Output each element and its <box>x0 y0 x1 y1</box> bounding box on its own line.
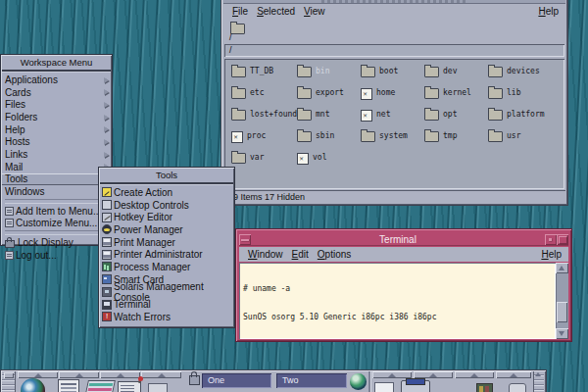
scrollbar-trough[interactable] <box>556 273 568 328</box>
folder-item[interactable]: var <box>231 152 297 173</box>
workspace-button-two[interactable]: Two <box>276 373 347 388</box>
subpanel-tab-mail[interactable] <box>100 371 140 378</box>
desktop-backdrop: File Selected View Help / / TT_DB bin bo… <box>0 0 588 392</box>
terminal-titlebar[interactable]: Terminal <box>239 232 568 246</box>
subpanel-tab-calendar[interactable] <box>59 371 99 378</box>
panel-handle-left[interactable] <box>2 371 16 392</box>
window-menu-button[interactable] <box>239 234 251 245</box>
folder-item[interactable]: system <box>361 130 424 152</box>
menu-options[interactable]: Options <box>318 249 351 260</box>
current-path-field[interactable]: / <box>224 44 564 57</box>
folder-label: etc <box>250 87 264 98</box>
menu-item-customize[interactable]: Customize Menu... <box>1 218 112 230</box>
applications-icon[interactable] <box>476 383 493 392</box>
folder-item[interactable]: boot <box>361 66 424 87</box>
folder-item[interactable]: devices <box>488 66 552 87</box>
folder-item[interactable]: sbin <box>297 130 361 152</box>
subpanel-tab-apps[interactable] <box>455 371 494 378</box>
menu-item-create-action[interactable]: Create Action <box>99 186 234 199</box>
menu-item-process-manager[interactable]: Process Manager <box>99 261 234 273</box>
style-manager-icon[interactable] <box>374 382 394 392</box>
file-area[interactable]: TT_DB bin boot dev devices etc export ho… <box>224 59 564 189</box>
globe-icon[interactable] <box>21 378 45 392</box>
calendar-icon[interactable] <box>58 379 79 392</box>
scroll-up-button[interactable] <box>556 263 568 273</box>
menu-item-links[interactable]: Links <box>1 148 112 161</box>
menu-item-print-manager[interactable]: Print Manager <box>99 236 234 249</box>
panel-handle-right[interactable] <box>533 371 544 392</box>
symlink-icon <box>297 153 309 165</box>
menu-item-folders[interactable]: Folders <box>1 111 112 123</box>
menu-item-add-item[interactable]: Add Item to Menu... <box>1 205 112 218</box>
scrollbar[interactable] <box>556 263 568 339</box>
mail-icon[interactable] <box>84 380 116 392</box>
path-folder-icon[interactable] <box>230 24 245 34</box>
folder-item[interactable]: kernel <box>424 87 488 109</box>
menu-item-logout[interactable]: Log out... <box>1 249 112 262</box>
notes-icon[interactable] <box>118 381 141 392</box>
menu-item-cards[interactable]: Cards <box>1 86 112 99</box>
folder-item[interactable]: tmp <box>424 130 488 152</box>
menu-item-help[interactable]: Help <box>1 123 112 136</box>
folder-label: bin <box>316 66 329 76</box>
menu-window[interactable]: Window <box>248 249 283 260</box>
menu-item-lock-display[interactable]: Lock Display <box>1 236 112 249</box>
folder-item[interactable]: mnt <box>297 109 361 130</box>
folder-item[interactable]: proc <box>231 130 297 152</box>
menu-selected[interactable]: Selected <box>257 6 295 17</box>
menu-item-desktop-controls[interactable]: Desktop Controls <box>99 199 234 212</box>
menu-item-power-manager[interactable]: Power Manager <box>99 223 234 236</box>
lock-icon[interactable] <box>189 375 200 385</box>
menu-item-hosts[interactable]: Hosts <box>1 135 112 148</box>
menu-item-label: Windows <box>5 186 45 197</box>
scroll-down-button[interactable] <box>556 328 568 339</box>
terminal-title: Terminal <box>251 234 545 245</box>
menu-item-solaris-management-console[interactable]: Solaris Management Console <box>99 286 234 299</box>
terminal-line: SunOS osorg 5.10 Generic i86pc i386 i86p… <box>243 313 556 322</box>
menu-item-watch-errors[interactable]: Watch Errors <box>99 311 234 323</box>
menu-item-tools[interactable]: Tools <box>1 173 112 186</box>
maximize-button[interactable] <box>557 234 568 245</box>
menu-item-hotkey-editor[interactable]: Hotkey Editor <box>99 211 234 223</box>
text-note-icon[interactable] <box>148 383 168 392</box>
terminal-line: # uname -a <box>243 284 556 294</box>
folder-item[interactable]: opt <box>424 109 488 130</box>
printer-icon[interactable] <box>401 380 430 392</box>
folder-item[interactable]: lib <box>488 87 552 109</box>
folder-item[interactable]: bin <box>297 66 361 87</box>
folder-item[interactable]: vol <box>297 152 361 173</box>
folder-label: lib <box>507 87 520 98</box>
scrollbar-thumb[interactable] <box>557 302 567 322</box>
folder-item[interactable]: net <box>361 109 424 130</box>
folder-item[interactable]: platform <box>488 109 552 130</box>
panel-minimize-box[interactable] <box>4 372 14 378</box>
subpanel-tab-trash[interactable] <box>496 371 531 378</box>
menu-item-applications[interactable]: Applications <box>1 74 112 86</box>
subpanel-tab-files[interactable] <box>141 371 181 378</box>
menu-help[interactable]: Help <box>538 6 559 17</box>
folder-item[interactable]: export <box>297 87 361 109</box>
trash-icon[interactable] <box>509 383 526 392</box>
menu-view[interactable]: View <box>304 6 325 17</box>
world-clock-icon[interactable] <box>350 373 367 390</box>
minimize-button[interactable] <box>545 234 557 245</box>
menu-file[interactable]: File <box>232 6 248 17</box>
terminal-content[interactable]: # uname -a SunOS osorg 5.10 Generic i86p… <box>239 263 556 339</box>
subpanel-tab-style[interactable] <box>372 371 412 378</box>
folder-item[interactable]: TT_DB <box>231 66 297 87</box>
menu-item-windows[interactable]: Windows <box>1 185 112 198</box>
folder-item[interactable]: usr <box>488 130 552 152</box>
menu-edit[interactable]: Edit <box>292 249 309 260</box>
folder-item[interactable]: dev <box>424 66 488 87</box>
menu-item-files[interactable]: Files <box>1 98 112 111</box>
folder-item[interactable]: etc <box>231 87 297 109</box>
folder-label: usr <box>507 130 520 141</box>
menu-item-mail[interactable]: Mail <box>1 161 112 173</box>
folder-item[interactable]: lost+found <box>231 109 297 130</box>
folder-item[interactable]: home <box>361 87 424 109</box>
subpanel-tab-printer[interactable] <box>414 371 453 378</box>
workspace-button-one[interactable]: One <box>202 373 271 388</box>
menu-help[interactable]: Help <box>541 249 562 260</box>
subpanel-tab-clock[interactable] <box>18 371 58 378</box>
menu-item-printer-administrator[interactable]: Printer Administrator <box>99 248 234 261</box>
